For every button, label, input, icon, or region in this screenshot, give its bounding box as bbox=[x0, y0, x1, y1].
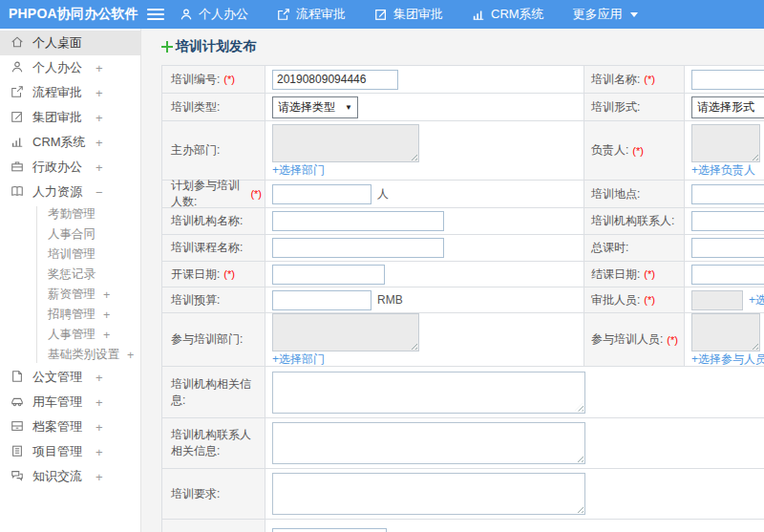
field-label: 培训预算: bbox=[171, 292, 220, 309]
form-row: 培训类型: 请选择类型▼ 培训形式: 请选择形式▼ bbox=[162, 94, 764, 121]
field-label: 培训机构相关信息: bbox=[171, 376, 262, 409]
nav-more-apps[interactable]: 更多应用 bbox=[573, 6, 638, 23]
field-label: 培训机构联系人相关信息: bbox=[171, 427, 262, 459]
start-date-input[interactable] bbox=[272, 265, 385, 285]
hr-submenu: 考勤管理 人事合同 培训管理 奖惩记录 薪资管理+ 招聘管理+ 人事管理+ 基础… bbox=[0, 204, 140, 365]
sidebar-item-vehicle-mgmt[interactable]: 用车管理 + bbox=[0, 390, 140, 415]
nav-workflow-approval[interactable]: 流程审批 bbox=[277, 6, 346, 23]
sidebar-item-workflow-approval[interactable]: 流程审批 + bbox=[0, 80, 140, 105]
field-label: 总课时: bbox=[591, 240, 628, 256]
add-plus-icon bbox=[161, 41, 173, 53]
training-location-input[interactable] bbox=[691, 184, 764, 204]
form-row: 参与培训部门: +选择部门 参与培训人员:(*) +选择参与人员 bbox=[162, 313, 764, 367]
sidebar-item-recruitment-mgmt[interactable]: 招聘管理+ bbox=[0, 305, 140, 325]
field-label: 主办部门: bbox=[171, 142, 220, 159]
required-mark: (*) bbox=[223, 268, 235, 280]
sidebar-item-personal-office[interactable]: 个人办公 + bbox=[0, 55, 140, 80]
sidebar-item-official-doc-mgmt[interactable]: 公文管理 + bbox=[0, 365, 140, 390]
end-date-input[interactable] bbox=[691, 265, 764, 285]
edit-icon bbox=[374, 8, 388, 21]
field-label: 培训编号: bbox=[171, 72, 220, 88]
training-plan-form: 培训编号:(*) 培训名称:(*) 培训类型: 请选择类型▼ 培训形式: 请选择… bbox=[161, 65, 764, 532]
field-label: 计划参与培训人数: bbox=[171, 178, 246, 210]
sidebar-item-project-mgmt[interactable]: 项目管理 + bbox=[0, 439, 140, 464]
participating-departments-textarea[interactable] bbox=[272, 313, 419, 351]
training-type-select[interactable]: 请选择类型▼ bbox=[272, 96, 358, 118]
select-participants-link[interactable]: +选择参与人员 bbox=[691, 352, 764, 366]
select-department-link[interactable]: +选择部门 bbox=[272, 352, 325, 366]
field-label: 培训类型: bbox=[171, 99, 220, 116]
required-mark: (*) bbox=[223, 74, 235, 85]
top-header: PHPOA协同办公软件 个人办公 流程审批 集团审批 CRM系统 更多应用 bbox=[0, 0, 764, 29]
required-mark: (*) bbox=[632, 145, 644, 157]
training-org-contact-info-textarea[interactable] bbox=[272, 422, 585, 464]
workflow-icon bbox=[11, 85, 24, 101]
sidebar-item-admin-office[interactable]: 行政办公 + bbox=[0, 155, 140, 180]
caret-down-icon bbox=[630, 12, 638, 17]
person-icon bbox=[180, 8, 193, 21]
training-budget-input[interactable] bbox=[272, 290, 371, 310]
form-row: 培训预算: RMB 审批人员:(*) +选择审批人员 bbox=[162, 287, 764, 313]
sidebar-item-personnel-contract[interactable]: 人事合同 bbox=[0, 224, 140, 245]
sidebar-item-reward-punishment[interactable]: 奖惩记录 bbox=[0, 265, 140, 285]
unit-suffix: 人 bbox=[377, 186, 389, 202]
sidebar-item-personal-desktop[interactable]: 个人桌面 bbox=[0, 31, 140, 55]
workflow-icon bbox=[277, 8, 290, 21]
participants-textarea[interactable] bbox=[691, 313, 760, 351]
host-department-textarea[interactable] bbox=[272, 124, 419, 162]
training-name-input[interactable] bbox=[691, 70, 764, 90]
training-number-input[interactable] bbox=[272, 70, 398, 90]
field-label: 培训机构联系人: bbox=[591, 213, 674, 229]
training-org-name-input[interactable] bbox=[272, 211, 444, 231]
select-responsible-link[interactable]: +选择负责人 bbox=[691, 163, 755, 177]
field-label: 开课日期: bbox=[171, 266, 220, 283]
required-mark: (*) bbox=[250, 188, 262, 200]
sidebar-item-base-category-settings[interactable]: 基础类别设置+ bbox=[0, 345, 140, 365]
sidebar-item-group-approval[interactable]: 集团审批 + bbox=[0, 105, 140, 130]
required-mark: (*) bbox=[644, 294, 655, 306]
training-requirements-textarea[interactable] bbox=[272, 473, 585, 515]
nav-crm-system[interactable]: CRM系统 bbox=[472, 6, 544, 23]
select-department-link[interactable]: +选择部门 bbox=[272, 163, 325, 177]
nav-group-approval[interactable]: 集团审批 bbox=[374, 6, 443, 23]
sidebar-item-attendance-mgmt[interactable]: 考勤管理 bbox=[0, 204, 140, 224]
field-label: 结课日期: bbox=[591, 266, 640, 283]
required-mark: (*) bbox=[644, 268, 655, 280]
field-label: 负责人: bbox=[591, 142, 628, 159]
chat-icon bbox=[11, 469, 24, 485]
field-label: 审批人员: bbox=[591, 292, 640, 309]
menu-toggle-button[interactable] bbox=[147, 9, 164, 20]
total-hours-input[interactable] bbox=[691, 238, 764, 258]
sidebar-item-salary-mgmt[interactable]: 薪资管理+ bbox=[0, 285, 140, 305]
sidebar-item-personnel-mgmt[interactable]: 人事管理+ bbox=[0, 325, 140, 345]
training-org-info-textarea[interactable] bbox=[272, 372, 585, 414]
approver-input[interactable] bbox=[691, 290, 743, 310]
book-icon bbox=[11, 184, 24, 201]
form-row: 培训机构名称: 培训机构联系人: bbox=[162, 208, 764, 235]
nav-personal-office[interactable]: 个人办公 bbox=[180, 6, 248, 23]
attachment-input[interactable] bbox=[272, 528, 387, 532]
form-row: 培训课程名称: 总课时: bbox=[162, 235, 764, 262]
person-icon bbox=[11, 60, 24, 76]
form-row: 培训要求: bbox=[162, 469, 764, 520]
sidebar-item-training-mgmt[interactable]: 培训管理 bbox=[0, 245, 140, 265]
sidebar-item-crm-system[interactable]: CRM系统 + bbox=[0, 130, 140, 155]
responsible-person-textarea[interactable] bbox=[691, 124, 760, 162]
planned-participants-input[interactable] bbox=[272, 184, 371, 204]
form-row: 开课日期:(*) 结课日期:(*) bbox=[162, 262, 764, 287]
course-name-input[interactable] bbox=[272, 238, 444, 258]
form-row: 计划参与培训人数:(*) 人 培训地点: bbox=[162, 181, 764, 208]
sidebar-item-archive-mgmt[interactable]: 档案管理 + bbox=[0, 415, 140, 439]
select-approver-link[interactable]: +选择审批人员 bbox=[749, 293, 764, 307]
field-label: 培训形式: bbox=[591, 99, 640, 116]
form-row: 主办部门: +选择部门 负责人:(*) +选择负责人 bbox=[162, 121, 764, 181]
training-form-select[interactable]: 请选择形式▼ bbox=[691, 96, 764, 118]
form-row: 培训机构相关信息: bbox=[162, 367, 764, 418]
home-icon bbox=[11, 35, 24, 52]
training-org-contact-input[interactable] bbox=[691, 211, 764, 231]
field-label: 培训机构名称: bbox=[171, 213, 243, 229]
car-icon bbox=[11, 394, 24, 411]
field-label: 培训地点: bbox=[591, 186, 640, 202]
sidebar-item-human-resources[interactable]: 人力资源 − bbox=[0, 180, 140, 204]
sidebar-item-knowledge-exchange[interactable]: 知识交流 + bbox=[0, 464, 140, 489]
